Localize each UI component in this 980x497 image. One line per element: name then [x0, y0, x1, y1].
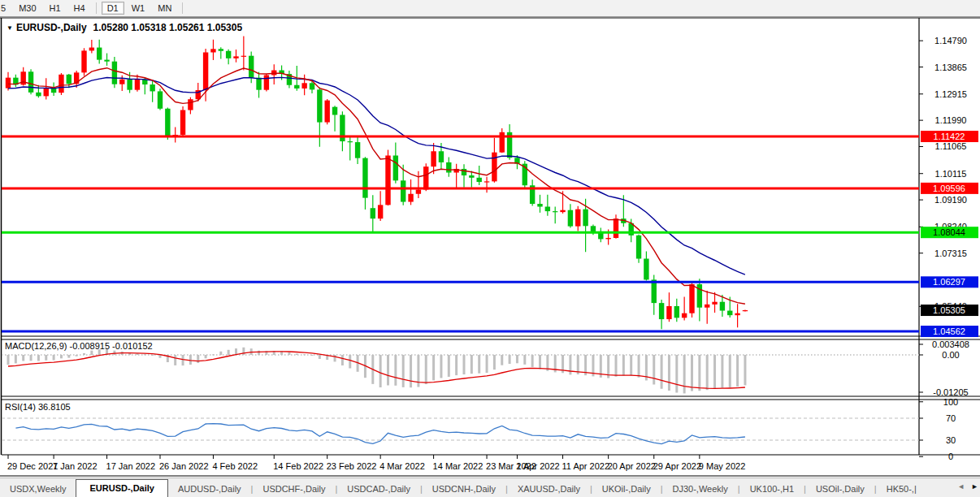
macd-bar	[113, 351, 115, 355]
tab-scroll-left-icon[interactable]: ◄	[957, 482, 965, 491]
macd-bar	[15, 355, 17, 363]
rsi-line	[15, 424, 745, 444]
chart-tab-xauusd-daily[interactable]: XAUUSD-,Daily	[508, 481, 590, 497]
ma-fast-line	[8, 68, 745, 305]
macd-bar	[721, 355, 723, 388]
axis-label: -0.01205	[933, 387, 968, 397]
axis-label: 4 Feb 2022	[212, 461, 258, 471]
chart-tab-dj30-weekly[interactable]: DJ30-,Weekly	[663, 481, 738, 497]
candle-body	[575, 210, 580, 227]
candle-body	[545, 206, 550, 211]
axis-label: 0.003408	[932, 339, 969, 349]
macd-bar	[205, 355, 207, 358]
candle-body	[484, 181, 489, 182]
macd-bar	[539, 355, 541, 369]
axis-label: 26 Jan 2022	[159, 461, 209, 471]
axis-label: 100	[943, 397, 958, 407]
candle-body	[666, 306, 671, 319]
candle-body	[416, 190, 421, 194]
candle-body	[67, 75, 72, 84]
chart-tab-usoil-daily[interactable]: USOil-,Daily	[806, 481, 874, 497]
macd-bar	[7, 355, 10, 365]
macd-bar	[319, 355, 321, 359]
macd-bar	[448, 355, 450, 377]
axis-label: 30	[946, 435, 956, 445]
candle-body	[325, 101, 330, 123]
chart-tab-uk100-h1[interactable]: UK100-,H1	[740, 481, 804, 497]
macd-bar	[432, 355, 435, 380]
candle-body	[674, 306, 679, 318]
candle-body	[553, 211, 557, 212]
candle-body	[301, 83, 306, 89]
date-axis[interactable]: 29 Dec 20217 Jan 202217 Jan 202226 Jan 2…	[7, 455, 745, 471]
macd-bar	[698, 355, 700, 391]
candle-body	[264, 75, 269, 89]
macd-bar	[311, 355, 314, 356]
candle-body	[6, 78, 11, 89]
candle-body	[332, 107, 337, 115]
chart-tab-usdcad-daily[interactable]: USDCAD-,Daily	[337, 481, 420, 497]
macd-bar	[349, 355, 351, 369]
candle-body	[446, 162, 451, 173]
macd-bar	[212, 354, 215, 355]
axis-label: 1.04562	[933, 326, 965, 336]
macd-bar	[668, 355, 670, 391]
macd-bar	[402, 355, 405, 387]
chart-tab-usdcnh-daily[interactable]: USDCNH-,Daily	[423, 481, 505, 497]
macd-bar	[228, 350, 230, 355]
axis-label: 20 Apr 2022	[608, 461, 656, 471]
candle-body	[727, 311, 732, 316]
macd-bar	[675, 355, 678, 392]
candle-body	[385, 156, 390, 205]
support-resistance-lines[interactable]	[2, 136, 919, 331]
candle-body	[180, 110, 185, 135]
chart-tab-audusd-daily[interactable]: AUDUSD-,Daily	[168, 481, 251, 497]
candle-body	[59, 75, 63, 93]
price-axis[interactable]: 1.147901.138651.129151.119901.110651.101…	[919, 36, 967, 311]
candle-body	[591, 226, 596, 231]
candle-body	[393, 156, 398, 181]
axis-label: 11 Apr 2022	[562, 461, 610, 471]
candle-body	[165, 109, 170, 136]
candle-body	[241, 56, 246, 57]
macd-bar	[394, 355, 397, 386]
macd-bar	[37, 355, 40, 361]
candle-body	[682, 313, 687, 318]
macd-bar	[151, 355, 154, 356]
chart-tab-usdx-weekly[interactable]: USDX,Weekly	[0, 481, 76, 497]
axis-label: 1.14790	[934, 36, 967, 45]
axis-label: 29 Dec 2021	[7, 461, 58, 471]
macd-bar	[410, 355, 412, 387]
mt4-window: 5M30H1H4D1W1MN 1.147901.138651.129151.11…	[0, 0, 980, 497]
candle-body	[203, 52, 208, 90]
chart-tab-eurusd-daily[interactable]: EURUSD-,Daily	[76, 479, 167, 497]
macd-bar	[258, 351, 260, 355]
candle-body	[135, 80, 140, 90]
chart-tab-ukoil-daily[interactable]: UKOil-,Daily	[592, 481, 661, 497]
macd-bar	[501, 355, 503, 365]
candle-body	[28, 71, 33, 93]
chart-title-symbol: EURUSD-,Daily	[16, 22, 87, 33]
axis-label: 1.11422	[934, 132, 965, 141]
macd-bar	[182, 355, 184, 365]
macd-indicator-label: MACD(12,26,9) -0.008915 -0.010152	[5, 341, 153, 351]
candle-body	[423, 166, 428, 189]
macd-bar	[440, 355, 442, 378]
axis-label: 1.09190	[934, 195, 967, 205]
chart-title: ▼EURUSD-,Daily1.05280 1.05318 1.05261 1.…	[7, 22, 242, 33]
macd-bar	[630, 355, 632, 376]
macd-bar	[53, 355, 55, 361]
chart-tab-hk50[interactable]: HK50-,|	[877, 481, 926, 497]
macd-bar	[30, 355, 33, 361]
candle-body	[348, 141, 353, 142]
tab-scroll-right-icon[interactable]: ►	[971, 482, 978, 491]
macd-bar	[493, 355, 496, 370]
macd-bar	[197, 355, 199, 363]
candle-body	[371, 208, 375, 218]
chart-tab-usdchf-daily[interactable]: USDCHF-,Daily	[253, 481, 335, 497]
candle-body	[408, 194, 413, 202]
chart-canvas[interactable]: 1.147901.138651.129151.119901.110651.101…	[0, 0, 980, 497]
macd-bar	[67, 355, 70, 358]
candle-body	[188, 99, 193, 110]
macd-bar	[144, 354, 146, 355]
